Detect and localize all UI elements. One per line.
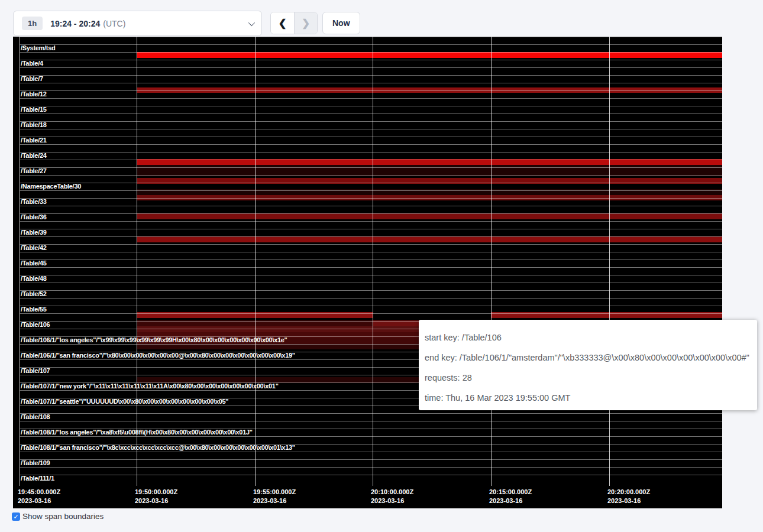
row-boundary-line: [20, 98, 722, 99]
time-gridline: [491, 37, 492, 486]
row-boundary-line: [20, 137, 722, 137]
row-label: /Table/106: [21, 321, 50, 329]
row-boundary-line: [20, 167, 722, 168]
row-boundary-line: [20, 267, 722, 268]
time-range-select[interactable]: 1h 19:24 - 20:24 (UTC): [13, 11, 262, 36]
row-boundary-line: [20, 60, 722, 60]
row-boundary-line: [20, 229, 722, 229]
row-label: /Table/15: [21, 106, 47, 113]
row-boundary-line: [20, 236, 722, 237]
tooltip-end-key: end key: /Table/106/1/"amsterdam"/"\xb33…: [425, 348, 757, 368]
row-boundary-line: [20, 198, 722, 199]
x-axis-label: 19:45:00.000Z 2023-03-16: [18, 488, 60, 505]
row-label: /Table/107/1/"new york"/"\x11\x11\x11\x1…: [21, 382, 279, 390]
time-gridline: [609, 37, 610, 486]
time-gridline: [255, 37, 256, 486]
row-label: /Table/45: [21, 259, 47, 267]
row-label: /Table/55: [21, 306, 47, 313]
show-span-boundaries-label: Show span boundaries: [22, 512, 104, 521]
row-boundary-line: [20, 129, 722, 129]
row-boundary-line: [20, 313, 722, 314]
row-boundary-line: [20, 436, 722, 437]
show-span-boundaries-toggle[interactable]: ✓ Show span boundaries: [12, 512, 104, 521]
row-boundary-line: [20, 206, 722, 206]
hover-tooltip: start key: /Table/106 end key: /Table/10…: [419, 320, 757, 410]
row-boundary-line: [20, 113, 722, 114]
row-boundary-line: [20, 452, 722, 452]
row-label: /Table/108: [21, 413, 50, 421]
tooltip-start-key: start key: /Table/106: [425, 327, 757, 348]
row-label: /Table/108/1/"san francisco"/"\x8c\xcc\x…: [21, 444, 295, 452]
row-boundary-line: [20, 160, 722, 160]
time-gridline: [20, 37, 20, 486]
row-boundary-line: [20, 152, 722, 153]
time-range-text: 19:24 - 20:24: [50, 19, 100, 28]
row-label: /Table/12: [21, 90, 47, 98]
row-boundary-line: [20, 213, 722, 214]
row-boundary-line: [20, 298, 722, 299]
row-label: /Table/21: [21, 137, 47, 144]
row-boundary-line: [20, 221, 722, 222]
duration-badge: 1h: [22, 17, 43, 30]
x-axis-label: 19:55:00.000Z 2023-03-16: [253, 488, 296, 505]
row-label: /Table/42: [21, 244, 47, 252]
row-boundary-line: [20, 175, 722, 176]
row-label: /Table/111/1: [21, 475, 54, 482]
row-boundary-line: [20, 252, 722, 252]
tooltip-time: time: Thu, 16 Mar 2023 19:55:00 GMT: [425, 388, 757, 408]
row-boundary-line: [20, 244, 722, 245]
row-boundary-line: [20, 467, 722, 468]
row-boundary-line: [20, 37, 722, 37]
row-label: /Table/107: [21, 367, 50, 375]
row-label: /NamespaceTable/30: [21, 183, 81, 190]
row-boundary-line: [20, 475, 722, 475]
x-axis-label: 20:15:00.000Z 2023-03-16: [489, 488, 532, 505]
chevron-down-icon: [248, 19, 255, 25]
row-boundary-line: [20, 306, 722, 306]
now-button[interactable]: Now: [322, 12, 360, 34]
row-label: /Table/27: [21, 167, 47, 175]
row-boundary-line: [20, 83, 722, 83]
row-label: /Table/106/1/"san francisco"/"\x80\x00\x…: [21, 352, 295, 359]
time-gridline: [137, 37, 137, 486]
row-label: /Table/109: [21, 459, 50, 467]
show-span-boundaries-checkbox[interactable]: ✓: [12, 512, 20, 521]
row-label: /Table/18: [21, 121, 47, 129]
row-boundary-line: [20, 183, 722, 183]
row-boundary-line: [20, 144, 722, 145]
row-label: /Table/24: [21, 152, 47, 160]
row-boundary-line: [20, 283, 722, 283]
next-time-button[interactable]: ❯: [294, 12, 317, 34]
row-boundary-line: [20, 67, 722, 68]
row-label: /Table/33: [21, 198, 47, 206]
x-axis-label: 19:50:00.000Z 2023-03-16: [135, 488, 177, 505]
heatmap-band: [137, 213, 722, 219]
x-axis-label: 20:20:00.000Z 2023-03-16: [607, 488, 650, 505]
row-label: /Table/7: [21, 75, 43, 83]
row-label: /Table/106/1/"los angeles"/"\x99\x99\x99…: [21, 336, 287, 344]
row-boundary-line: [20, 421, 722, 421]
key-visualizer-heatmap[interactable]: /System/tsd/Table/4/Table/7/Table/12/Tab…: [13, 37, 722, 508]
time-nav-group: ❮ ❯: [270, 12, 318, 34]
row-label: /Table/48: [21, 275, 47, 283]
row-boundary-line: [20, 121, 722, 122]
row-boundary-line: [20, 290, 722, 291]
chevron-left-icon: ❮: [278, 17, 286, 30]
heatmap-band: [137, 236, 722, 242]
row-label: /Table/52: [21, 290, 47, 298]
row-boundary-line: [20, 44, 722, 45]
row-label: /Table/36: [21, 213, 47, 221]
row-label: /Table/4: [21, 60, 43, 67]
chevron-right-icon: ❯: [302, 17, 310, 30]
prev-time-button[interactable]: ❮: [271, 12, 294, 34]
row-boundary-line: [20, 106, 722, 106]
timezone-text: (UTC): [103, 19, 125, 28]
row-label: /Table/107/1/"seattle"/"UUUUUUD\x00\x80\…: [21, 398, 228, 406]
row-boundary-line: [20, 52, 722, 53]
row-boundary-line: [20, 75, 722, 76]
x-axis-label: 20:10:00.000Z 2023-03-16: [371, 488, 413, 505]
row-boundary-line: [20, 275, 722, 275]
row-boundary-line: [20, 459, 722, 460]
row-label: /Table/108/1/"los angeles"/"\xa8\xf5\u00…: [21, 429, 253, 436]
row-boundary-line: [20, 413, 722, 414]
